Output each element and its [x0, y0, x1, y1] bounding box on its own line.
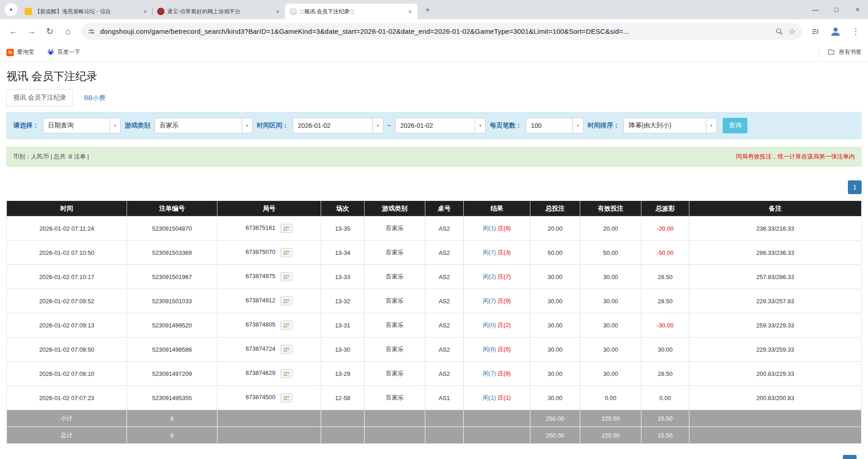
cell-payout: 30.00: [641, 338, 689, 362]
cell-result: 闲(1) 庄(1): [464, 386, 530, 410]
date-start-select[interactable]: 2026-01-02 ▼: [293, 118, 383, 133]
tab-bet-records[interactable]: 视讯 会员下注纪录: [6, 89, 73, 106]
cell-round: 673874912: [217, 289, 321, 313]
tab-close-icon[interactable]: ×: [406, 8, 414, 16]
home-button[interactable]: ⌂: [59, 23, 77, 40]
cell-valid-bet: 30.00: [580, 289, 641, 313]
total-payout: 15.50: [641, 427, 689, 444]
cell-note: 257.83/286.33: [689, 265, 862, 289]
cell-note: 200.83/229.33: [689, 362, 862, 386]
cell-total-bet[interactable]: 30.00: [530, 338, 580, 362]
chevron-down-icon: ▼: [110, 118, 120, 133]
table-header-row: 时间注单编号局号场次游戏类别桌号结果总投注有效投注总派彩备注: [7, 201, 862, 216]
cell-session: 13-33: [321, 265, 365, 289]
forward-button[interactable]: →: [23, 23, 40, 40]
bookmark-baidu[interactable]: 百度一下: [47, 48, 80, 57]
back-button[interactable]: ←: [5, 23, 22, 40]
cell-total-bet[interactable]: 30.00: [530, 289, 580, 313]
subtotal-valid-bet: 220.00: [580, 410, 641, 427]
result-player: 闲(1): [483, 225, 496, 232]
round-id: 673874724: [246, 345, 275, 352]
cell-time: 2026-01-02 07:10:17: [7, 265, 127, 289]
date-range-label: 时间区间：: [257, 121, 289, 130]
date-end-select[interactable]: 2026-01-02 ▼: [395, 118, 486, 133]
roadmap-icon[interactable]: [281, 248, 292, 257]
column-header: 备注: [689, 201, 862, 216]
tab-title: 通宝-信誉最好的网上游戏平台: [167, 8, 271, 16]
roadmap-icon[interactable]: [281, 369, 292, 378]
cell-game-type: 百家乐: [365, 241, 425, 265]
search-button[interactable]: 查询: [723, 118, 747, 133]
browser-menu-icon[interactable]: ⋮: [848, 24, 863, 39]
bookmark-label: 爱淘宝: [17, 48, 34, 56]
cell-total-bet[interactable]: 30.00: [530, 362, 580, 386]
media-control-icon[interactable]: [808, 24, 823, 39]
game-type-select[interactable]: 百家乐 ▼: [154, 118, 253, 133]
cell-note: 229.33/257.83: [689, 289, 862, 313]
total-total-bet: 250.00: [530, 427, 580, 444]
cell-total-bet[interactable]: 20.00: [530, 216, 580, 241]
cell-payout: -20.00: [641, 216, 689, 241]
bookmark-star-icon[interactable]: ☆: [789, 26, 796, 37]
chevron-down-icon: ▼: [706, 118, 716, 133]
cell-total-bet[interactable]: 30.00: [530, 386, 580, 410]
cell-round: 673875070: [217, 241, 321, 265]
cell-game-type: 百家乐: [365, 386, 425, 410]
browser-chrome: ▾ 【新提醒】海燕策略论坛 - 综合 × 通宝-信誉最好的网上游戏平台 × ::…: [0, 0, 868, 62]
cell-total-bet[interactable]: 30.00: [530, 265, 580, 289]
page-size-select[interactable]: 100 ▼: [526, 118, 583, 133]
minimize-button[interactable]: —: [805, 0, 826, 19]
query-type-select[interactable]: 日期查询 ▼: [43, 118, 121, 133]
table-row: 2026-01-02 07:07:23 523091495355 6738745…: [7, 386, 862, 410]
maximize-button[interactable]: □: [826, 0, 847, 19]
valid-bet-notice: 同局有效投注，统一计算在该局第一张注单内: [736, 153, 855, 161]
pagination-page-1[interactable]: 1: [848, 180, 862, 194]
site-settings-icon[interactable]: [88, 28, 95, 35]
cell-total-bet[interactable]: 50.00: [530, 241, 580, 265]
date-range-separator: ~: [387, 122, 391, 129]
cell-round: 673874805: [217, 313, 321, 338]
new-tab-button[interactable]: +: [421, 4, 434, 16]
address-bar[interactable]: dongshouji.com/game/betrecord_search/kin…: [81, 23, 802, 40]
roadmap-icon[interactable]: [281, 296, 292, 306]
total-valid-bet: 220.00: [580, 427, 641, 444]
result-player: 闲(7): [483, 370, 496, 377]
cell-note: 259.33/229.33: [689, 313, 862, 338]
currency-summary: 币别：人民币 | 总共 :8 注单 |: [13, 153, 89, 161]
tab-close-icon[interactable]: ×: [141, 8, 149, 16]
cell-bet-id: 523091501033: [127, 289, 217, 313]
roadmap-icon[interactable]: [281, 345, 292, 354]
subtotal-count: 8: [127, 410, 217, 427]
round-id: 673875161: [246, 224, 275, 231]
bookmark-taobao[interactable]: 淘 爱淘宝: [6, 48, 34, 56]
cell-game-type: 百家乐: [365, 289, 425, 313]
tab-search-button[interactable]: ▾: [5, 3, 17, 16]
url-text[interactable]: dongshouji.com/game/betrecord_search/kin…: [100, 27, 770, 35]
pagination-bottom-cutoff[interactable]: [843, 455, 857, 459]
profile-avatar[interactable]: [828, 24, 843, 39]
browser-tab-tongbao[interactable]: 通宝-信誉最好的网上游戏平台 ×: [153, 4, 285, 19]
roadmap-icon[interactable]: [281, 321, 292, 330]
result-player: 闲(2): [483, 273, 496, 280]
cell-bet-id: 523091501967: [127, 265, 217, 289]
result-banker: 庄(2): [498, 322, 511, 328]
tab-close-icon[interactable]: ×: [274, 8, 281, 16]
browser-tab-forum[interactable]: 【新提醒】海燕策略论坛 - 综合 ×: [20, 4, 153, 19]
result-banker: 庄(7): [498, 273, 511, 280]
tab-bb-tips[interactable]: BB小费: [83, 90, 106, 106]
zoom-icon[interactable]: [775, 27, 783, 35]
cell-total-bet[interactable]: 30.00: [530, 313, 580, 338]
all-bookmarks-button[interactable]: 所有书签: [819, 48, 862, 57]
browser-tab-bet-records[interactable]: :::视讯 会员下注纪录::: ×: [285, 4, 418, 19]
cell-table-no: AS2: [425, 265, 464, 289]
close-button[interactable]: ×: [847, 0, 868, 19]
chevron-down-icon: ▼: [572, 118, 583, 133]
roadmap-icon[interactable]: [281, 272, 292, 281]
cell-result: 闲(7) 庄(8): [464, 362, 530, 386]
roadmap-icon[interactable]: [281, 224, 292, 233]
cell-result: 闲(0) 庄(2): [464, 313, 530, 338]
table-row: 2026-01-02 07:11:24 523091504870 6738751…: [7, 216, 862, 241]
roadmap-icon[interactable]: [281, 393, 292, 402]
refresh-button[interactable]: ↻: [41, 23, 58, 40]
sort-order-select[interactable]: 降幂(由大到小) ▼: [624, 118, 717, 133]
